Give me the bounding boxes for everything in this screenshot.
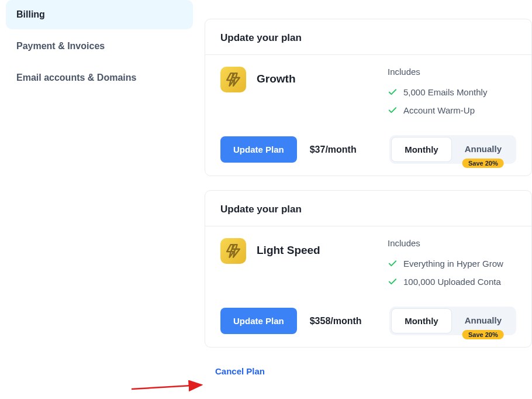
card-header: Update your plan [205,191,531,226]
feature-text: Everything in Hyper Grow [403,259,503,269]
plan-name: Growth [257,67,296,85]
toggle-annually-label: Annually [465,315,502,325]
plan-card-lightspeed: Update your plan Light Speed Includes [205,190,532,348]
billing-cycle-toggle: Monthly Annually Save 20% [389,135,516,164]
lightning-icon [220,67,246,92]
sidebar-item-payment[interactable]: Payment & Invoices [6,32,193,61]
toggle-annually[interactable]: Annually Save 20% [452,137,514,162]
toggle-annually[interactable]: Annually Save 20% [452,308,514,333]
card-header: Update your plan [205,19,531,55]
toggle-monthly[interactable]: Monthly [391,137,452,162]
feature-item: 5,000 Emails Monthly [388,87,516,97]
check-icon [388,259,398,269]
sidebar-item-email[interactable]: Email accounts & Domains [6,63,193,92]
feature-text: 100,000 Uploaded Conta [403,277,501,287]
plan-name: Light Speed [257,238,320,257]
includes-title: Includes [388,67,516,77]
save-badge: Save 20% [462,330,504,339]
feature-text: 5,000 Emails Monthly [403,87,487,97]
feature-item: 100,000 Uploaded Conta [388,277,516,287]
annotation-arrow [129,380,210,398]
plan-card-growth: Update your plan Growth Includes [205,19,532,176]
main-content: Update your plan Growth Includes [199,0,532,377]
price-label: $358/month [310,316,362,326]
save-badge: Save 20% [462,159,504,168]
check-icon [388,87,398,97]
check-icon [388,277,398,287]
feature-text: Account Warm-Up [403,105,475,115]
sidebar: Billing Payment & Invoices Email account… [0,0,199,377]
includes-section: Includes Everything in Hyper Grow 100,00… [388,238,516,295]
feature-item: Everything in Hyper Grow [388,259,516,269]
cancel-plan-link[interactable]: Cancel Plan [215,366,265,376]
billing-cycle-toggle: Monthly Annually Save 20% [389,307,516,335]
sidebar-item-billing[interactable]: Billing [6,0,193,29]
lightning-icon [220,238,246,264]
toggle-monthly[interactable]: Monthly [391,308,452,333]
price-label: $37/month [310,145,357,155]
includes-section: Includes 5,000 Emails Monthly Account Wa… [388,67,516,123]
update-plan-button[interactable]: Update Plan [220,136,297,163]
feature-item: Account Warm-Up [388,105,516,115]
check-icon [388,105,398,115]
svg-line-1 [132,385,202,389]
includes-title: Includes [388,238,516,248]
update-plan-button[interactable]: Update Plan [220,308,297,334]
toggle-annually-label: Annually [465,144,502,154]
